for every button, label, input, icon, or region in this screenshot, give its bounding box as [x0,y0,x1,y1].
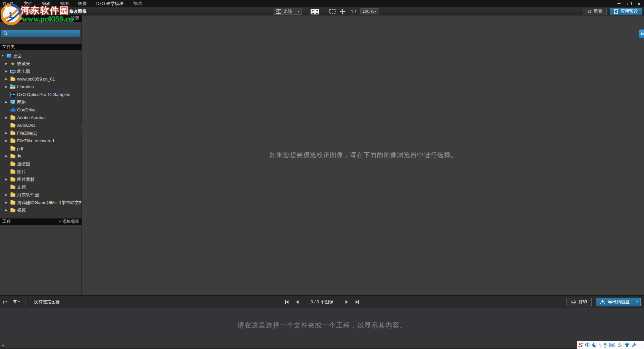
expand-arrow-icon[interactable]: ▶ [5,209,10,212]
expand-arrow-icon[interactable]: ▶ [5,201,10,204]
expand-arrow-icon[interactable]: ▶ [5,116,10,119]
restore-button[interactable] [624,0,634,7]
move-arrows-icon [340,9,345,14]
menu-bar: DxO 文件 编辑 视图 图像 DxO 光学模块 帮助 × [0,0,644,7]
settings-link[interactable]: + 设置 [67,16,79,21]
divider [323,9,323,14]
microphone-icon[interactable] [603,343,607,348]
zoom-level-select[interactable]: 100 % ▼ [360,8,379,14]
tree-item[interactable]: ▶视频 [0,206,82,214]
settings-wrench-icon[interactable] [632,343,637,347]
expand-arrow-icon[interactable]: ▶ [5,78,10,81]
skin-shirt-icon[interactable] [625,343,630,347]
tree-item[interactable]: ▶FileZilla(1) [0,129,82,137]
add-project-link[interactable]: + 添加项目 [59,219,79,225]
app-logo: DxO [3,1,14,6]
menu-dxo-modules[interactable]: DxO 光学模块 [92,0,128,7]
tree-item[interactable]: 文档 [0,183,82,191]
tree-item[interactable]: ▶www.pc0359.cn_01 [0,75,82,83]
print-label: 打印 [578,299,587,305]
folders-header: 文件夹 [0,44,82,50]
chevron-down-icon: ▼ [636,301,638,303]
tab-library[interactable]: 图库 [19,8,34,14]
search-icon [3,31,8,36]
tree-item[interactable]: ▶包 [0,152,82,160]
folder-icon [10,169,16,174]
tree-item[interactable]: ▶游戏辅助GameOfMir引擎帮助文档 [0,199,82,206]
tree-item-label: 此电脑 [17,68,30,74]
fit-screen-icon [329,9,336,14]
help-tab-button[interactable] [639,30,644,38]
side-by-side-icon [311,9,319,14]
expand-arrow-icon[interactable]: ▶ [5,101,10,104]
tree-item[interactable]: ▶网络 [0,98,82,106]
tree-item[interactable]: ▶★收藏夹 [0,60,82,67]
tree-item-label: DxO OpticsPro 11 Samples [17,92,70,97]
expand-arrow-icon[interactable]: ▶ [5,139,10,142]
expand-arrow-icon[interactable]: ▶ [5,132,10,135]
search-box[interactable] [1,30,80,37]
window-controls: × [614,0,644,7]
tree-item[interactable]: OneDrive [0,106,82,114]
menu-help[interactable]: 帮助 [128,0,146,7]
tree-item[interactable]: 图片 [0,168,82,176]
collapse-arrow-icon[interactable]: ▼ [1,54,6,57]
user-account-icon[interactable] [618,343,622,347]
tree-item[interactable]: ▶Adobe Acrobat [0,114,82,121]
expand-arrow-icon[interactable]: ▶ [5,178,10,181]
keyboard-icon[interactable] [609,343,615,347]
fit-screen-button[interactable] [329,9,336,14]
expand-arrow-icon[interactable]: ▶ [5,155,10,158]
expand-arrow-icon[interactable]: ▶ [5,193,10,196]
tree-item[interactable]: 压缩图 [0,160,82,168]
tree-item[interactable]: ▼桌面 [0,52,82,60]
tree-item-label: 压缩图 [17,161,30,167]
sogou-logo-icon[interactable]: S [578,342,583,348]
search-input[interactable] [9,31,78,36]
tree-item-label: www.pc0359.cn_01 [17,77,55,82]
export-to-disk-button[interactable]: 导出到磁盘 [596,298,634,306]
tree-item[interactable]: OPDxO OpticsPro 11 Samples [0,91,82,98]
minimize-button[interactable] [614,0,624,7]
last-image-button[interactable] [356,300,359,304]
reset-button[interactable]: ↺ 重置 [583,8,607,15]
compare-button[interactable]: 比较 [273,8,295,15]
tree-item[interactable]: ▶河东软件园 [0,191,82,199]
tree-item[interactable]: ▶FileZilla_recovered [0,137,82,145]
sort-button[interactable]: az ▼ [3,300,7,304]
filter-button[interactable]: ▼ [13,300,20,304]
next-image-button[interactable] [345,300,348,304]
mode-tabs: 图库 修改图像 [19,7,87,15]
collapse-arrow-icon[interactable]: ◀ [2,344,4,347]
menu-image[interactable]: 图像 [73,0,92,7]
tree-item[interactable]: ▶此电脑 [0,67,82,75]
expand-arrow-icon[interactable]: ▶ [5,62,10,65]
filmstrip-toolbar: ··· az ▼ ▼ 没有选定图像 0 / 0 个图像 打印 [0,295,644,308]
panel-splitter-handle[interactable] [80,125,82,131]
print-button[interactable]: 打印 [566,298,592,306]
expand-arrow-icon[interactable]: ▶ [5,85,10,88]
menu-file[interactable]: 文件 [19,0,37,7]
full-half-moon-icon[interactable] [592,343,596,347]
menu-view[interactable]: 视图 [55,0,73,7]
menu-edit[interactable]: 编辑 [37,0,55,7]
tree-item[interactable]: AutoCAD [0,121,82,129]
tree-item[interactable]: pdf [0,145,82,152]
pan-button[interactable] [340,9,345,14]
folder-icon [10,193,16,197]
export-dropdown-button[interactable]: ▼ [634,298,641,306]
expand-arrow-icon[interactable]: ▶ [5,70,10,73]
first-image-button[interactable] [285,300,288,304]
compare-dropdown-button[interactable]: ▼ [295,8,302,15]
apply-preset-button[interactable]: 应用预设 [610,8,642,15]
tree-item[interactable]: ▶Libraries [0,83,82,91]
tree-item[interactable]: ▶图片素材 [0,176,82,183]
zoom-1to1-button[interactable]: 1:1 [351,9,357,14]
previous-image-button[interactable] [296,300,299,304]
punctuation-mode-button[interactable]: °, [599,343,601,348]
tab-customize[interactable]: 修改图像 [62,8,87,14]
close-button[interactable]: × [634,0,644,7]
folder-tree: ▼桌面▶★收藏夹▶此电脑▶www.pc0359.cn_01▶LibrariesO… [0,50,82,218]
side-by-side-button[interactable] [311,9,319,14]
ime-chinese-mode-button[interactable]: 中 [585,342,590,348]
